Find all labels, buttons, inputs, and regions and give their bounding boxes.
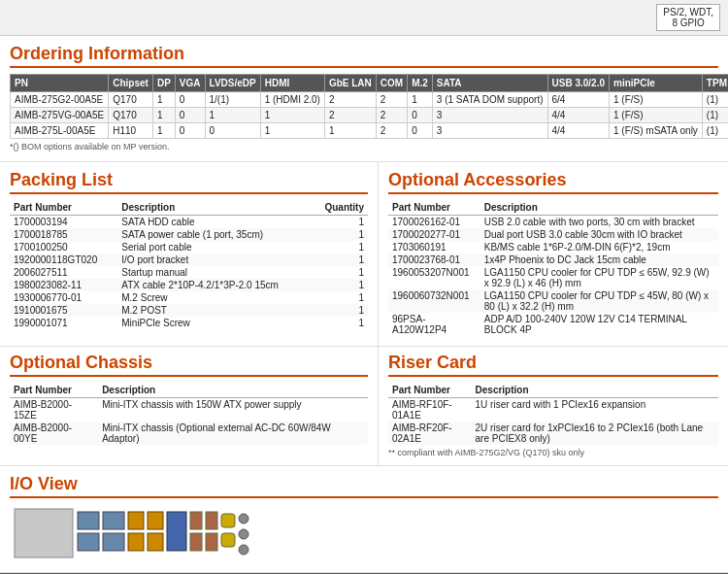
ordering-section: Ordering Information PNChipsetDPVGALVDS/… bbox=[0, 36, 728, 162]
table-cell: 2 bbox=[324, 108, 376, 123]
svg-rect-11 bbox=[190, 533, 202, 551]
table-cell: 2006027511 bbox=[10, 266, 117, 279]
table-cell: 1 bbox=[152, 92, 175, 108]
table-cell: 6/4 bbox=[547, 92, 609, 108]
table-cell: (1) bbox=[702, 92, 728, 108]
table-cell: 1700023768-01 bbox=[388, 253, 480, 266]
svg-rect-10 bbox=[190, 512, 202, 529]
table-cell: SATA HDD cable bbox=[117, 216, 312, 229]
table-cell: 1 bbox=[408, 92, 433, 108]
ordering-col-header: Chipset bbox=[109, 75, 153, 92]
list-item: 96PSA-A120W12P4ADP A/D 100-240V 120W 12V… bbox=[388, 313, 718, 336]
table-cell: Mini-ITX chassis (Optional external AC-D… bbox=[98, 422, 368, 445]
table-cell: 1910001675 bbox=[10, 304, 117, 317]
list-item: 1990001071MiniPCle Screw1 bbox=[10, 317, 368, 329]
ordering-col-header: TPM bbox=[702, 75, 728, 92]
table-cell: 1 bbox=[313, 228, 368, 241]
table-cell: 0 bbox=[175, 123, 205, 139]
table-cell: M.2 POST bbox=[117, 304, 312, 317]
ordering-col-header: DP bbox=[152, 75, 175, 92]
table-cell: 1960060732N001 bbox=[388, 289, 480, 313]
riser-card-table: Part NumberDescription AIMB-RF10F-01A1E1… bbox=[388, 383, 718, 445]
svg-rect-18 bbox=[239, 545, 248, 555]
list-item: 2006027511Startup manual1 bbox=[10, 266, 368, 279]
ordering-header-row: PNChipsetDPVGALVDS/eDPHDMIGbE LANCOMM.2S… bbox=[11, 75, 729, 92]
ordering-note: *() BOM options available on MP version. bbox=[10, 142, 718, 152]
riser-card-section: Riser Card Part NumberDescription AIMB-R… bbox=[379, 347, 728, 465]
riser-card-title: Riser Card bbox=[388, 353, 718, 377]
table-cell: I/O port bracket bbox=[117, 253, 312, 266]
table-cell: AIMB-RF20F-02A1E bbox=[388, 422, 472, 445]
table-cell: 2 bbox=[376, 108, 407, 123]
table-cell: 1700026162-01 bbox=[388, 216, 480, 229]
svg-rect-1 bbox=[78, 512, 99, 529]
list-item: 1960053207N001LGA1150 CPU cooler for CPU… bbox=[388, 266, 718, 289]
table-cell: (1) bbox=[702, 108, 728, 123]
svg-rect-13 bbox=[206, 533, 217, 551]
table-cell: SATA power cable (1 port, 35cm) bbox=[117, 228, 312, 241]
riser-header-row: Part NumberDescription bbox=[388, 383, 718, 398]
ordering-table: PNChipsetDPVGALVDS/eDPHDMIGbE LANCOMM.2S… bbox=[10, 74, 728, 139]
list-item: 1700100250Serial port cable1 bbox=[10, 241, 368, 253]
table-cell: AIMB-275VG-00A5E bbox=[11, 108, 109, 123]
table-cell: 1700100250 bbox=[10, 241, 117, 253]
table-cell: ADP A/D 100-240V 120W 12V C14 TERMINAL B… bbox=[480, 313, 718, 336]
svg-rect-3 bbox=[103, 512, 124, 529]
table-cell: 1 bbox=[313, 216, 368, 229]
svg-rect-6 bbox=[128, 533, 144, 551]
table-cell: 2U riser card for 1xPCIex16 to 2 PCIex16… bbox=[472, 422, 718, 445]
table-cell: 1 (F/S) bbox=[609, 108, 702, 123]
table-cell: (1) bbox=[702, 123, 728, 139]
table-cell: 1 bbox=[313, 266, 368, 279]
chassis-col-header: Part Number bbox=[10, 383, 98, 398]
table-cell: AIMB-B2000-00YE bbox=[10, 422, 98, 445]
ordering-col-header: VGA bbox=[175, 75, 205, 92]
ordering-col-header: HDMI bbox=[260, 75, 324, 92]
table-cell: 1 bbox=[260, 123, 324, 139]
svg-rect-9 bbox=[167, 512, 186, 551]
table-cell: AIMB-B2000-15ZE bbox=[10, 398, 98, 422]
table-cell: AIMB-275L-00A5E bbox=[11, 123, 109, 139]
table-cell: H110 bbox=[109, 123, 153, 139]
acc-header-row: Part NumberDescription bbox=[388, 200, 718, 216]
svg-rect-12 bbox=[206, 512, 217, 529]
table-cell: 1/(1) bbox=[205, 92, 260, 108]
ordering-col-header: M.2 bbox=[408, 75, 433, 92]
list-item: AIMB-RF20F-02A1E2U riser card for 1xPCIe… bbox=[388, 422, 718, 445]
optional-accessories-title: Optional Accessories bbox=[388, 170, 718, 194]
table-cell: Q170 bbox=[109, 92, 153, 108]
table-cell: 1 (F/S) mSATA only bbox=[609, 123, 702, 139]
list-item: 1700003194SATA HDD cable1 bbox=[10, 216, 368, 229]
table-cell: 1x4P Phoenix to DC Jack 15cm cable bbox=[480, 253, 718, 266]
chassis-col-header: Description bbox=[98, 383, 368, 398]
ordering-col-header: USB 3.0/2.0 bbox=[547, 75, 609, 92]
middle-row: Packing List Part NumberDescriptionQuant… bbox=[0, 162, 728, 347]
top-banner: PS/2, WDT,8 GPIO bbox=[0, 0, 728, 36]
table-cell: 1 bbox=[152, 108, 175, 123]
table-cell: 3 bbox=[432, 108, 547, 123]
table-cell: 4/4 bbox=[547, 108, 609, 123]
table-cell: M.2 Screw bbox=[117, 291, 312, 304]
table-cell: 1920000118GT020 bbox=[10, 253, 117, 266]
table-cell: AIMB-275G2-00A5E bbox=[11, 92, 109, 108]
ordering-col-header: LVDS/eDP bbox=[205, 75, 260, 92]
pack-col-header: Description bbox=[117, 200, 312, 216]
chassis-body: AIMB-B2000-15ZEMini-ITX chassis with 150… bbox=[10, 398, 368, 446]
table-cell: 1 (HDMI 2.0) bbox=[260, 92, 324, 108]
list-item: 1703060191KB/MS cable 1*6P-2.0/M-DIN 6(F… bbox=[388, 241, 718, 253]
table-cell: 1 bbox=[205, 108, 260, 123]
table-cell: 1 bbox=[152, 123, 175, 139]
bottom-row: Optional Chassis Part NumberDescription … bbox=[0, 347, 728, 466]
table-cell: 1960053207N001 bbox=[388, 266, 480, 289]
table-cell: 1 bbox=[260, 108, 324, 123]
table-cell: 2 bbox=[376, 92, 407, 108]
ordering-title: Ordering Information bbox=[10, 44, 718, 68]
table-cell: 0 bbox=[175, 108, 205, 123]
table-cell: 2 bbox=[376, 123, 407, 139]
table-cell: MiniPCle Screw bbox=[117, 317, 312, 329]
chassis-header-row: Part NumberDescription bbox=[10, 383, 368, 398]
list-item: AIMB-B2000-00YEMini-ITX chassis (Optiona… bbox=[10, 422, 368, 445]
ordering-body: AIMB-275G2-00A5EQ170101/(1)1 (HDMI 2.0)2… bbox=[11, 92, 729, 139]
table-cell: AIMB-RF10F-01A1E bbox=[388, 398, 472, 422]
table-cell: 1700003194 bbox=[10, 216, 117, 229]
